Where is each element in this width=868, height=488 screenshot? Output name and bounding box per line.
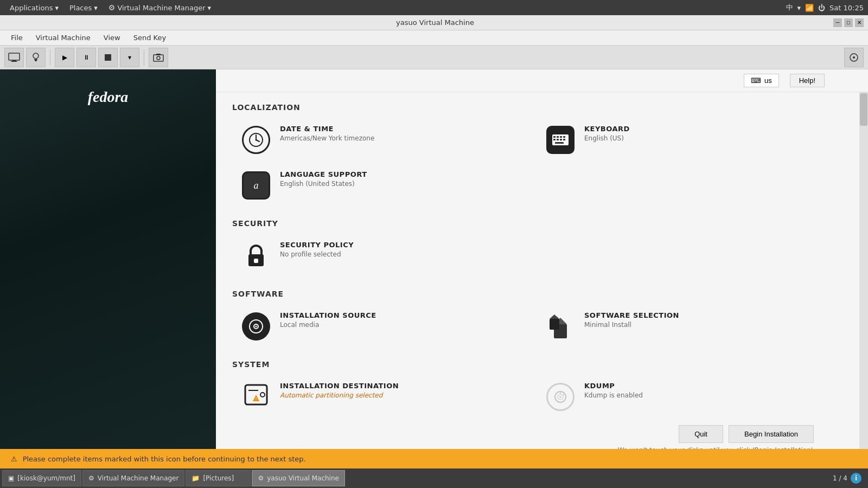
places-label: Places: [69, 4, 92, 12]
language-code: us: [764, 76, 772, 85]
lock-icon: [241, 241, 271, 271]
media-icon: [241, 311, 271, 342]
vm2-icon: ⚙: [258, 474, 264, 482]
language-item[interactable]: a LANGUAGE SUPPORT English (United State…: [232, 163, 537, 208]
svg-rect-5: [35, 60, 37, 61]
package-icon: [545, 311, 576, 342]
play-button[interactable]: ▶: [55, 48, 74, 67]
settings-button[interactable]: [844, 48, 864, 67]
language-subtitle: English (United States): [280, 180, 528, 188]
svg-rect-23: [557, 139, 559, 140]
power-icon: ⏻: [818, 4, 825, 12]
kdump-item[interactable]: KDUMP Kdump is enabled: [537, 374, 841, 420]
svg-rect-26: [555, 142, 564, 144]
virtual-machine-menu[interactable]: Virtual Machine: [29, 30, 97, 46]
svg-rect-21: [563, 136, 565, 138]
file-menu[interactable]: File: [4, 30, 29, 46]
svg-rect-18: [553, 136, 556, 138]
taskbar-pictures[interactable]: 📁 [Pictures]: [186, 470, 251, 486]
keyboard-small-icon: ⌨: [751, 76, 761, 85]
pause-button[interactable]: ⏸: [76, 48, 96, 67]
language-icon: a: [241, 170, 271, 201]
svg-rect-1: [12, 60, 16, 61]
left-sidebar: fedora: [0, 69, 216, 449]
svg-text:fedora: fedora: [88, 88, 129, 105]
vm-manager-menu[interactable]: ⚙ Virtual Machine Manager ▾: [103, 0, 216, 15]
svg-rect-9: [156, 54, 161, 55]
taskbar-vm-manager[interactable]: ⚙ Virtual Machine Manager: [82, 470, 184, 486]
installation-destination-text: INSTALLATION DESTINATION Automatic parti…: [280, 382, 528, 399]
svg-point-11: [853, 56, 855, 59]
minimize-button[interactable]: ─: [833, 18, 842, 27]
applications-menu[interactable]: Applications ▾: [4, 0, 64, 15]
installer-header: ⌨ us Help!: [216, 69, 868, 92]
installer-scroll-area[interactable]: LOCALIZATION: [216, 92, 868, 449]
keyboard-icon: [545, 125, 576, 155]
svg-marker-36: [550, 314, 559, 319]
action-buttons: Quit Begin Installation: [679, 425, 814, 443]
applications-label: Applications: [10, 4, 53, 12]
taskbar: ▣ [kiosk@yum/mnt] ⚙ Virtual Machine Mana…: [0, 468, 868, 488]
date-time-item[interactable]: DATE & TIME Americas/New York timezone: [232, 117, 537, 163]
language-selector[interactable]: ⌨ us: [744, 74, 779, 87]
security-policy-item[interactable]: SECURITY POLICY No profile selected: [232, 233, 537, 279]
date-time-text: DATE & TIME Americas/New York timezone: [280, 125, 528, 142]
bulb-button[interactable]: [26, 48, 46, 67]
page-indicator: 1 / 4: [833, 474, 847, 482]
installation-destination-title: INSTALLATION DESTINATION: [280, 382, 528, 390]
svg-rect-25: [563, 139, 565, 140]
disclaimer-text: We won't touch your disks until you clic…: [617, 446, 814, 449]
view-menu[interactable]: View: [97, 30, 127, 46]
close-button[interactable]: ✕: [855, 18, 864, 27]
svg-point-38: [260, 393, 265, 397]
svg-rect-4: [34, 59, 37, 60]
software-selection-item[interactable]: SOFTWARE SELECTION Minimal Install: [537, 304, 841, 349]
warning-message: Please complete items marked with this i…: [23, 455, 306, 463]
svg-rect-20: [560, 136, 562, 138]
begin-installation-button[interactable]: Begin Installation: [729, 425, 814, 443]
warning-bar: ⚠ Please complete items marked with this…: [0, 449, 868, 468]
installation-destination-item[interactable]: ! INSTALLATION DESTINATION Automatic par…: [232, 374, 537, 420]
screenshot-button[interactable]: [149, 48, 168, 67]
menu-bar: File Virtual Machine View Send Key: [0, 30, 868, 46]
security-grid: SECURITY POLICY No profile selected: [216, 233, 857, 279]
taskbar-yasuo-vm[interactable]: ⚙ yasuo Virtual Machine: [252, 470, 345, 486]
info-icon: i: [851, 473, 861, 484]
folder-icon: 📁: [192, 474, 200, 482]
svg-point-44: [559, 396, 561, 398]
stop-button[interactable]: [98, 48, 118, 67]
keyboard-subtitle: English (US): [584, 134, 832, 142]
maximize-button[interactable]: □: [844, 18, 853, 27]
send-key-menu[interactable]: Send Key: [127, 30, 173, 46]
quit-button[interactable]: Quit: [679, 425, 723, 443]
keyboard-item[interactable]: KEYBOARD English (US): [537, 117, 841, 163]
keyboard-layout-arrow: ▾: [797, 4, 801, 12]
main-area: fedora ⌨ us Help! LOCALIZATION: [0, 69, 868, 449]
keyboard-layout-indicator[interactable]: 中: [786, 3, 793, 12]
installation-source-subtitle: Local media: [280, 321, 528, 329]
dropdown-button[interactable]: ▾: [120, 48, 139, 67]
taskbar-terminal[interactable]: ▣ [kiosk@yum/mnt]: [2, 470, 81, 486]
system-grid: ! INSTALLATION DESTINATION Automatic par…: [216, 374, 857, 420]
scroll-thumb[interactable]: [860, 93, 867, 126]
installation-source-title: INSTALLATION SOURCE: [280, 311, 528, 319]
kdump-title: KDUMP: [584, 382, 832, 390]
places-menu[interactable]: Places ▾: [64, 0, 103, 15]
vm-manager-icon: ⚙: [108, 3, 116, 12]
installation-source-text: INSTALLATION SOURCE Local media: [280, 311, 528, 329]
svg-point-32: [256, 326, 257, 328]
installation-source-item[interactable]: INSTALLATION SOURCE Local media: [232, 304, 537, 349]
window-chrome: yasuo Virtual Machine ─ □ ✕: [0, 15, 868, 30]
help-button[interactable]: Help!: [790, 74, 825, 87]
software-selection-text: SOFTWARE SELECTION Minimal Install: [584, 311, 832, 329]
svg-text:a: a: [254, 180, 259, 191]
svg-point-16: [256, 139, 257, 141]
monitor-button[interactable]: [4, 48, 24, 67]
software-selection-title: SOFTWARE SELECTION: [584, 311, 832, 319]
svg-rect-24: [560, 139, 562, 140]
scroll-track[interactable]: [859, 92, 868, 449]
svg-rect-7: [154, 55, 163, 61]
section-security-header: SECURITY: [216, 208, 857, 233]
sidebar-logo: fedora: [70, 80, 146, 113]
language-title: LANGUAGE SUPPORT: [280, 170, 528, 178]
